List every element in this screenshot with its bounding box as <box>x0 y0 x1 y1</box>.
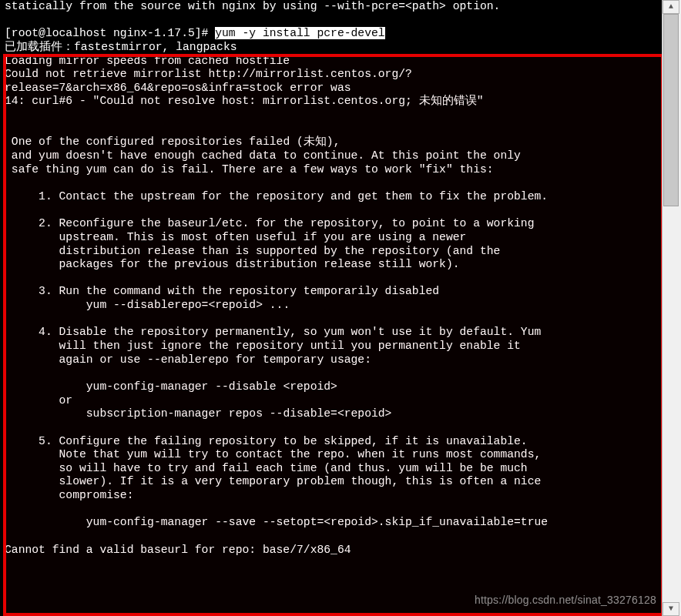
fix-opt4-a: 4. Disable the repository permanently, s… <box>5 326 541 338</box>
fix-opt3-b: yum --disablerepo=<repoid> ... <box>5 299 290 311</box>
nginx-tail-line: statically from the source with nginx by… <box>5 0 500 12</box>
fix-opt2-a: 2. Reconfigure the baseurl/etc. for the … <box>5 217 535 229</box>
shell-prompt: [root@localhost nginx-1.17.5]# <box>5 27 215 39</box>
err-load-mirror: Loading mirror speeds from cached hostfi… <box>5 55 290 67</box>
scroll-up-button[interactable]: ▲ <box>663 0 679 14</box>
fix-opt5-f: yum-config-manager --save --setopt=<repo… <box>5 516 548 528</box>
fix-opt4-e: or <box>5 394 72 407</box>
fix-opt2-d: packages for the previous distribution r… <box>5 258 460 270</box>
vertical-scrollbar[interactable]: ▲ ▼ <box>662 0 681 616</box>
fix-opt4-f: subscription-manager repos --disable=<re… <box>5 407 391 420</box>
msg-no-cache: and yum doesn't have enough cached data … <box>5 149 521 162</box>
fix-opt2-c: distribution release than is supported b… <box>5 245 500 257</box>
err-curl: 14: curl#6 - "Could not resolve host: mi… <box>5 95 483 107</box>
fix-opt1: 1. Contact the upstream for the reposito… <box>5 190 548 203</box>
msg-repo-failed: One of the configured repositories faile… <box>5 136 340 148</box>
entered-command: yum -y install pcre-devel <box>215 27 384 39</box>
fix-opt5-b: Note that yum will try to contact the re… <box>5 448 541 460</box>
fix-opt5-c: so will have to try and fail each time (… <box>5 462 528 474</box>
fix-opt4-d: yum-config-manager --disable <repoid> <box>5 380 337 393</box>
fix-opt5-e: compromise: <box>5 489 133 501</box>
msg-fix-intro: safe thing yum can do is fail. There are… <box>5 163 494 176</box>
terminal-content[interactable]: statically from the source with nginx by… <box>0 0 661 616</box>
chevron-down-icon: ▼ <box>669 604 673 614</box>
fix-opt4-b: will then just ignore the repository unt… <box>5 340 521 352</box>
chevron-up-icon: ▲ <box>669 2 673 12</box>
terminal-output: statically from the source with nginx by… <box>5 0 661 557</box>
fix-opt4-c: again or use --enablerepo for temporary … <box>5 353 371 366</box>
scrollbar-thumb[interactable] <box>663 14 679 206</box>
plugins-line: 已加载插件：fastestmirror, langpacks <box>5 41 237 53</box>
scrollbar-track[interactable] <box>663 14 681 602</box>
fix-opt2-b: upstream. This is most often useful if y… <box>5 231 466 243</box>
err-final-baseurl: Cannot find a valid baseurl for repo: ba… <box>5 544 351 556</box>
fix-opt5-d: slower). If it is a very temporary probl… <box>5 475 541 487</box>
terminal-viewport: statically from the source with nginx by… <box>0 0 681 616</box>
fix-opt5-a: 5. Configure the failing repository to b… <box>5 435 528 447</box>
fix-opt3-a: 3. Run the command with the repository t… <box>5 285 439 297</box>
err-mirrorlist: Could not retrieve mirrorlist http://mir… <box>5 68 412 94</box>
scroll-down-button[interactable]: ▼ <box>663 602 679 616</box>
